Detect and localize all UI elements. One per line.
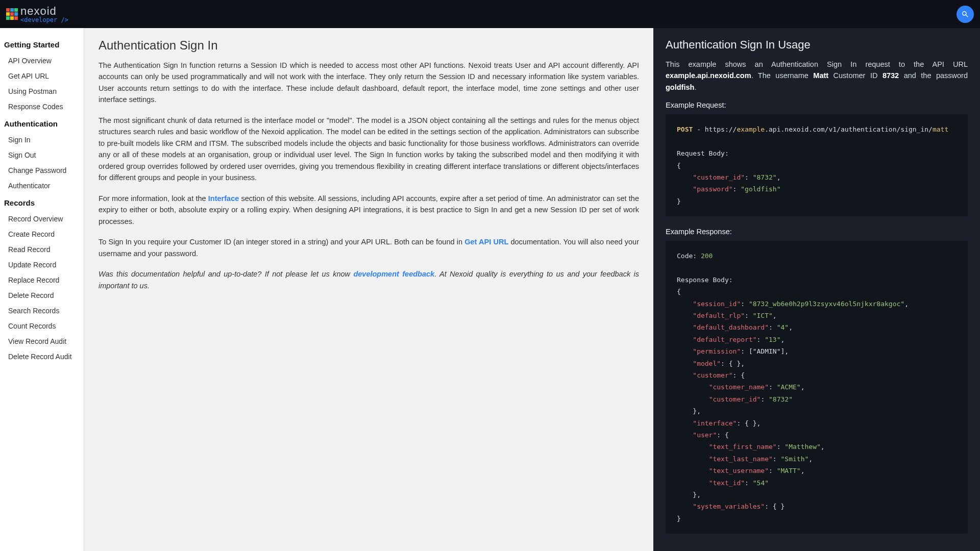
sidebar-item[interactable]: Count Records — [4, 318, 80, 334]
logo-icon — [6, 8, 18, 20]
feedback-note: Was this documentation helpful and up-to… — [99, 268, 639, 291]
sidebar-item[interactable]: Get API URL — [4, 68, 80, 84]
usage-intro: This example shows an Authentication Sig… — [666, 59, 968, 93]
sidebar-nav: Getting StartedAPI OverviewGet API URLUs… — [0, 28, 84, 551]
request-code-block: POST - https://example.api.nexoid.com/v1… — [666, 114, 968, 216]
sidebar-item[interactable]: Response Codes — [4, 99, 80, 114]
sidebar-item[interactable]: Change Password — [4, 163, 80, 178]
paragraph: The Authentication Sign In function retu… — [99, 60, 639, 106]
nav-group-title: Records — [4, 198, 80, 207]
sidebar-item[interactable]: Delete Record — [4, 288, 80, 303]
brand-logo[interactable]: nexoid <developer /> — [6, 6, 68, 23]
text-fragment: Was this documentation helpful and up-to… — [99, 270, 353, 278]
api-url-value: example.api.nexoid.com — [666, 71, 751, 80]
paragraph: To Sign In you require your Customer ID … — [99, 236, 639, 259]
text-fragment: Customer ID — [828, 71, 883, 80]
text-fragment: To Sign In you require your Customer ID … — [99, 238, 464, 246]
sidebar-item[interactable]: Sign In — [4, 132, 80, 147]
usage-panel: Authentication Sign In Usage This exampl… — [653, 28, 980, 551]
response-code-block: Code: 200 Response Body: { "session_id":… — [666, 241, 968, 534]
usage-title: Authentication Sign In Usage — [666, 38, 968, 52]
sidebar-item[interactable]: Read Record — [4, 242, 80, 257]
sidebar-item[interactable]: Record Overview — [4, 211, 80, 227]
sidebar-item[interactable]: View Record Audit — [4, 334, 80, 349]
paragraph: The most significant chunk of data retur… — [99, 115, 639, 184]
interface-link[interactable]: Interface — [208, 194, 239, 203]
search-icon — [961, 10, 969, 18]
feedback-link[interactable]: development feedback — [353, 270, 434, 278]
sidebar-item[interactable]: Create Record — [4, 227, 80, 242]
nav-group-title: Getting Started — [4, 40, 80, 49]
search-button[interactable] — [957, 6, 974, 23]
password-value: goldfish — [666, 83, 694, 91]
example-request-label: Example Request: — [666, 101, 968, 109]
sidebar-item[interactable]: Search Records — [4, 303, 80, 318]
top-header: nexoid <developer /> — [0, 0, 980, 28]
text-fragment: and the password — [899, 71, 968, 80]
sidebar-item[interactable]: Update Record — [4, 257, 80, 272]
sidebar-item[interactable]: API Overview — [4, 53, 80, 68]
brand-subtitle: <developer /> — [20, 17, 68, 23]
text-fragment: This example shows an Authentication Sig… — [666, 60, 968, 68]
customer-id-value: 8732 — [883, 71, 899, 80]
get-api-url-link[interactable]: Get API URL — [464, 238, 508, 246]
example-response-label: Example Response: — [666, 228, 968, 236]
brand-name: nexoid — [20, 6, 68, 17]
paragraph: For more information, look at the Interf… — [99, 193, 639, 227]
nav-group-title: Authentication — [4, 119, 80, 128]
sidebar-item[interactable]: Sign Out — [4, 147, 80, 163]
text-fragment: . — [694, 83, 696, 91]
sidebar-item[interactable]: Delete Record Audit — [4, 349, 80, 364]
text-fragment: For more information, look at the — [99, 194, 208, 203]
sidebar-item[interactable]: Using Postman — [4, 84, 80, 99]
sidebar-item[interactable]: Authenticator — [4, 178, 80, 193]
sidebar-item[interactable]: Replace Record — [4, 272, 80, 288]
main-content: Authentication Sign In The Authenticatio… — [84, 28, 653, 551]
text-fragment: . The username — [751, 71, 814, 80]
page-title: Authentication Sign In — [99, 38, 639, 53]
username-value: Matt — [813, 71, 828, 80]
